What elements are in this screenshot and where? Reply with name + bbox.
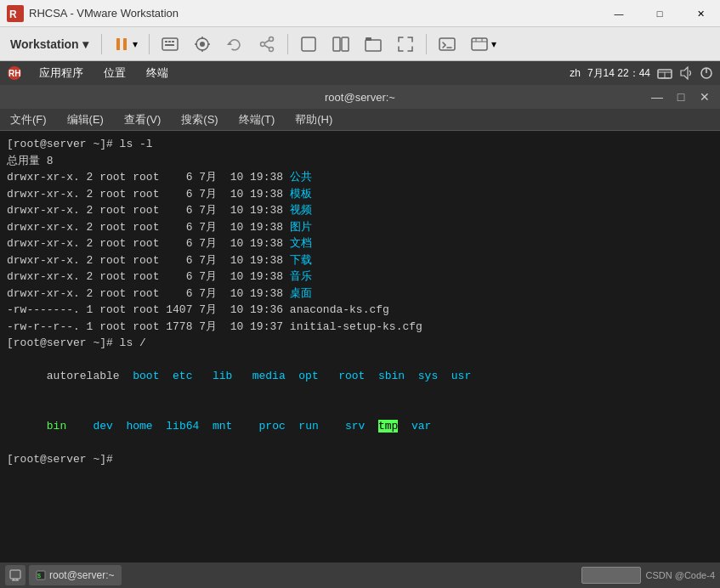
svg-point-14 bbox=[269, 47, 273, 51]
svg-rect-3 bbox=[123, 38, 127, 50]
term-prompt-line: [root@server ~]# bbox=[7, 451, 713, 468]
svg-point-10 bbox=[200, 42, 205, 47]
app-icon: R bbox=[7, 5, 24, 22]
taskbar-terminal-window[interactable]: $ root@server:~ bbox=[29, 565, 122, 585]
toolbar-separator-3 bbox=[287, 34, 288, 54]
term-line: drwxr-xr-x. 2 root root 6 7月 10 19:38 公共 bbox=[7, 169, 713, 186]
svg-rect-2 bbox=[116, 38, 120, 50]
tab-icon bbox=[364, 35, 383, 54]
redhat-icon-area: RH bbox=[7, 65, 22, 81]
term-line: drwxr-xr-x. 2 root root 6 7月 10 19:38 模板 bbox=[7, 186, 713, 203]
console-button[interactable] bbox=[433, 31, 462, 58]
taskbar-screen-button[interactable] bbox=[5, 565, 26, 585]
single-window-icon bbox=[299, 35, 318, 54]
term-line: drwxr-xr-x. 2 root root 6 7月 10 19:38 文档 bbox=[7, 235, 713, 252]
fullscreen-icon bbox=[396, 35, 415, 54]
svg-rect-22 bbox=[439, 38, 455, 50]
terminal-menu-file[interactable]: 文件(F) bbox=[7, 110, 50, 129]
revert-button[interactable] bbox=[220, 31, 249, 58]
topbar-location-menu[interactable]: 位置 bbox=[100, 64, 129, 82]
settings-button[interactable]: ▾ bbox=[465, 31, 502, 58]
svg-rect-6 bbox=[168, 41, 171, 42]
minimize-button[interactable]: — bbox=[599, 0, 638, 27]
fullscreen-button[interactable] bbox=[391, 31, 420, 58]
terminal-title: root@server:~ bbox=[325, 91, 395, 104]
snapshot-button[interactable] bbox=[188, 31, 217, 58]
title-bar: R RHCSA - VMware Workstation — □ ✕ bbox=[0, 0, 720, 27]
console-icon bbox=[438, 35, 456, 54]
term-line-ls-root2: bin dev home lib64 mnt proc run srv tmp … bbox=[7, 401, 713, 451]
svg-rect-18 bbox=[333, 37, 340, 51]
svg-rect-19 bbox=[342, 37, 349, 51]
taskbar-right: CSDN @Code-4 bbox=[581, 567, 715, 584]
svg-rect-21 bbox=[366, 37, 371, 41]
terminal-minimize-button[interactable]: — bbox=[645, 85, 669, 109]
terminal-body[interactable]: [root@server ~]# ls -l 总用量 8 drwxr-xr-x.… bbox=[0, 131, 720, 563]
term-line: drwxr-xr-x. 2 root root 6 7月 10 19:38 音乐 bbox=[7, 269, 713, 286]
svg-rect-37 bbox=[10, 570, 20, 579]
term-line: 总用量 8 bbox=[7, 153, 713, 170]
taskbar-input-box[interactable] bbox=[581, 567, 641, 584]
workstation-menu-button[interactable]: Workstation ▾ bbox=[3, 34, 95, 54]
terminal-menu-view[interactable]: 查看(V) bbox=[121, 110, 164, 129]
topbar-app-menu[interactable]: 应用程序 bbox=[36, 64, 87, 82]
svg-text:R: R bbox=[9, 8, 17, 20]
svg-marker-11 bbox=[227, 42, 232, 45]
terminal-container: root@server:~ — □ ✕ 文件(F) 编辑(E) 查看(V) 搜索… bbox=[0, 85, 720, 563]
workstation-label: Workstation bbox=[10, 37, 79, 51]
svg-line-16 bbox=[264, 45, 269, 48]
term-line: drwxr-xr-x. 2 root root 6 7月 10 19:38 桌面 bbox=[7, 286, 713, 302]
svg-rect-5 bbox=[165, 41, 167, 42]
power-icon[interactable] bbox=[700, 66, 713, 80]
svg-rect-17 bbox=[302, 37, 315, 51]
single-window-button[interactable] bbox=[294, 31, 323, 58]
pause-dropdown-icon: ▾ bbox=[133, 38, 138, 50]
term-line: drwxr-xr-x. 2 root root 6 7月 10 19:38 下载 bbox=[7, 252, 713, 269]
topbar-datetime: 7月14 22：44 bbox=[587, 66, 650, 81]
network-icon bbox=[657, 67, 672, 79]
svg-rect-7 bbox=[172, 41, 174, 42]
send-keys-icon bbox=[161, 35, 179, 54]
toolbar-separator-4 bbox=[426, 34, 427, 54]
volume-icon bbox=[679, 66, 693, 80]
term-line-ls-root1: autorelable boot etc lib media opt root … bbox=[7, 352, 713, 402]
taskbar-window-label: root@server:~ bbox=[49, 569, 115, 581]
terminal-menu-terminal[interactable]: 终端(T) bbox=[235, 110, 279, 129]
split-icon bbox=[332, 35, 350, 54]
toolbar-separator-2 bbox=[149, 34, 150, 54]
pause-icon bbox=[113, 36, 130, 53]
share-button[interactable] bbox=[252, 31, 281, 58]
revert-icon bbox=[225, 35, 244, 54]
screen-icon bbox=[9, 569, 21, 581]
term-line: drwxr-xr-x. 2 root root 6 7月 10 19:38 视频 bbox=[7, 202, 713, 219]
term-line: [root@server ~]# ls -l bbox=[7, 136, 713, 153]
terminal-menu-search[interactable]: 搜索(S) bbox=[178, 110, 221, 129]
toolbar: Workstation ▾ ▾ bbox=[0, 27, 720, 61]
close-button[interactable]: ✕ bbox=[681, 0, 720, 27]
svg-point-13 bbox=[260, 42, 264, 46]
svg-text:$: $ bbox=[37, 573, 41, 579]
term-line: [root@server ~]# ls / bbox=[7, 335, 713, 352]
taskbar-left: $ root@server:~ bbox=[5, 565, 122, 585]
svg-rect-8 bbox=[165, 44, 174, 46]
term-line: -rw-------. 1 root root 1407 7月 10 19:36… bbox=[7, 302, 713, 319]
svg-line-15 bbox=[264, 40, 269, 42]
maximize-button[interactable]: □ bbox=[640, 0, 679, 27]
terminal-close-button[interactable]: ✕ bbox=[693, 85, 717, 109]
terminal-menu-help[interactable]: 帮助(H) bbox=[292, 110, 336, 129]
tab-button[interactable] bbox=[359, 31, 388, 58]
send-ctrl-alt-del-button[interactable] bbox=[156, 31, 184, 58]
terminal-menu-edit[interactable]: 编辑(E) bbox=[64, 110, 107, 129]
terminal-menubar: 文件(F) 编辑(E) 查看(V) 搜索(S) 终端(T) 帮助(H) bbox=[0, 109, 720, 131]
topbar-terminal-menu[interactable]: 终端 bbox=[143, 64, 172, 82]
terminal-task-icon: $ bbox=[36, 570, 46, 580]
terminal-titlebar: root@server:~ — □ ✕ bbox=[0, 85, 720, 109]
redhat-icon: RH bbox=[7, 65, 22, 81]
topbar-left: RH 应用程序 位置 终端 bbox=[7, 64, 570, 82]
terminal-maximize-button[interactable]: □ bbox=[669, 85, 693, 109]
pause-button[interactable]: ▾ bbox=[108, 31, 143, 58]
svg-text:RH: RH bbox=[9, 69, 20, 78]
split-button[interactable] bbox=[326, 31, 355, 58]
snapshot-icon bbox=[193, 35, 212, 54]
dropdown-arrow-icon: ▾ bbox=[82, 37, 88, 51]
